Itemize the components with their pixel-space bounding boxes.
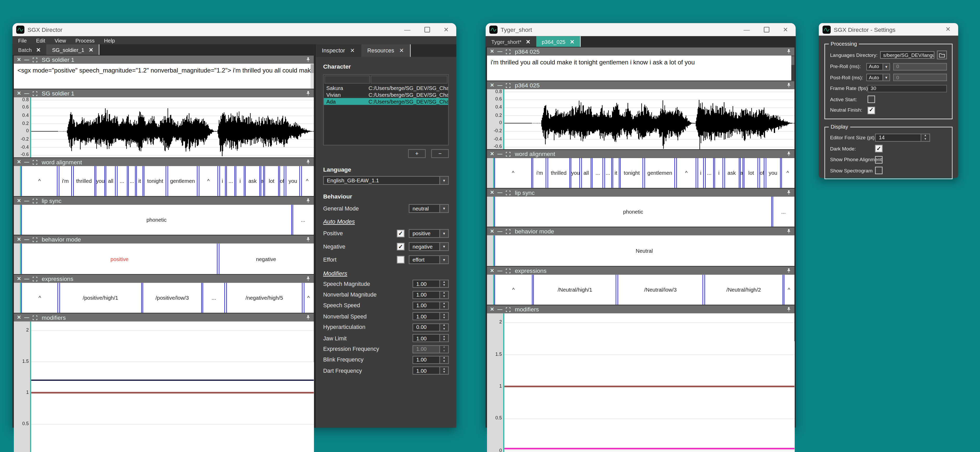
- lip-sync-segment[interactable]: ...: [773, 197, 793, 227]
- expression-segment[interactable]: ^: [784, 274, 794, 305]
- close-icon[interactable]: ✕: [350, 48, 355, 54]
- auto-mode-checkbox[interactable]: ✓: [397, 230, 404, 237]
- minimize-icon[interactable]: —: [498, 151, 503, 156]
- lip-sync-segment[interactable]: phonetic: [21, 205, 292, 235]
- word-segment[interactable]: ask: [245, 166, 260, 196]
- spinner-arrows[interactable]: ▲▼: [440, 367, 449, 375]
- menu-item[interactable]: Edit: [36, 37, 45, 43]
- character-row[interactable]: Ada C:/Users/berge/SG_DEV/SG_Characte...: [324, 98, 449, 105]
- pin-icon[interactable]: [786, 268, 791, 274]
- close-icon[interactable]: ✕: [490, 229, 494, 234]
- modifier-spinbox[interactable]: 1.00 ▲▼: [413, 301, 449, 309]
- float-icon[interactable]: [506, 268, 511, 273]
- minimize-icon[interactable]: —: [24, 57, 29, 62]
- modifier-spinbox[interactable]: 1.00 ▲▼: [413, 356, 449, 364]
- word-segment[interactable]: a: [261, 166, 264, 196]
- word-segment[interactable]: ask: [724, 158, 739, 188]
- close-icon[interactable]: ✕: [36, 46, 41, 53]
- word-segment[interactable]: i'm: [59, 166, 72, 196]
- character-row[interactable]: Sakura C:/Users/berge/SG_DEV/SG_Characte…: [324, 84, 449, 91]
- close-icon[interactable]: ✕: [17, 276, 21, 281]
- spinner-arrows[interactable]: ▲▼: [921, 133, 930, 141]
- tab-p364-025[interactable]: p364_025✕: [536, 36, 581, 47]
- pin-icon[interactable]: [786, 49, 791, 54]
- word-segment[interactable]: i: [219, 166, 226, 196]
- modifier-spinbox[interactable]: 1.00 ▲▼: [413, 367, 449, 375]
- remove-character-button[interactable]: −: [431, 149, 449, 158]
- pin-icon[interactable]: [305, 198, 310, 204]
- waveform-display[interactable]: [504, 89, 794, 149]
- pin-icon[interactable]: [305, 57, 310, 63]
- tab-resources[interactable]: Resources✕: [361, 44, 411, 57]
- expression-segment[interactable]: /positive/low/3: [143, 283, 202, 313]
- close-button[interactable]: ✕: [444, 27, 449, 33]
- word-segment[interactable]: i: [236, 166, 244, 196]
- close-icon[interactable]: ✕: [490, 190, 494, 195]
- word-segment[interactable]: ^: [301, 166, 313, 196]
- minimize-icon[interactable]: —: [24, 315, 29, 320]
- word-segment[interactable]: ^: [198, 166, 218, 196]
- script-text[interactable]: i'm thrilled you all could make it tonig…: [487, 56, 701, 81]
- expression-segment[interactable]: /Neutral/high/2: [705, 274, 783, 305]
- pin-icon[interactable]: [786, 190, 791, 196]
- expression-segment[interactable]: ...: [202, 283, 225, 313]
- tab-batch[interactable]: Batch✕: [13, 44, 46, 55]
- chevron-down-icon[interactable]: ▼: [439, 256, 449, 263]
- close-button[interactable]: ✕: [945, 26, 951, 33]
- add-character-button[interactable]: +: [408, 149, 426, 158]
- show-spectrogram-checkbox[interactable]: ✓: [875, 167, 883, 174]
- float-icon[interactable]: [506, 82, 511, 88]
- word-segment[interactable]: all: [106, 166, 116, 196]
- tab-sg-soldier-1[interactable]: SG_soldier_1✕: [46, 44, 100, 55]
- word-segment[interactable]: a: [740, 158, 743, 188]
- general-mode-select[interactable]: neutral ▼: [409, 204, 449, 213]
- word-segment[interactable]: of: [280, 166, 285, 196]
- float-icon[interactable]: [32, 315, 37, 320]
- active-start-checkbox[interactable]: ✓: [867, 95, 875, 103]
- pin-icon[interactable]: [305, 159, 310, 165]
- expression-segment[interactable]: ^: [304, 283, 313, 313]
- spinner-arrows[interactable]: ▲▼: [440, 301, 449, 309]
- minimize-icon[interactable]: —: [498, 190, 503, 195]
- word-segment[interactable]: ...: [117, 166, 127, 196]
- float-icon[interactable]: [32, 198, 37, 203]
- modifier-spinbox[interactable]: 1.00 ▲▼: [413, 290, 449, 299]
- chevron-down-icon[interactable]: ▼: [439, 230, 449, 237]
- minimize-icon[interactable]: —: [24, 276, 29, 281]
- word-segment[interactable]: ...: [705, 158, 714, 188]
- character-row[interactable]: Vivian C:/Users/berge/SG_DEV/SG_Characte…: [324, 91, 449, 98]
- script-text[interactable]: <sgx mode="positive" speech_magnitude="1…: [14, 63, 314, 89]
- word-segment[interactable]: tonight: [144, 166, 167, 196]
- close-icon[interactable]: ✕: [17, 198, 21, 203]
- folder-icon[interactable]: [937, 51, 947, 59]
- float-icon[interactable]: [506, 49, 511, 54]
- framerate-field[interactable]: 30: [867, 84, 947, 92]
- pin-icon[interactable]: [305, 314, 310, 320]
- pin-icon[interactable]: [786, 228, 791, 234]
- pin-icon[interactable]: [786, 306, 791, 312]
- word-segment[interactable]: lot: [744, 158, 759, 188]
- word-segment[interactable]: ...: [604, 158, 612, 188]
- close-icon[interactable]: ✕: [17, 91, 21, 96]
- modifiers-display[interactable]: [504, 314, 794, 452]
- minimize-icon[interactable]: —: [498, 268, 503, 273]
- word-segment[interactable]: ...: [129, 166, 136, 196]
- font-size-spinbox[interactable]: 14 ▲▼: [875, 133, 930, 141]
- chevron-down-icon[interactable]: ▼: [883, 63, 889, 70]
- menu-item[interactable]: File: [18, 37, 27, 43]
- minimize-button[interactable]: —: [743, 27, 750, 33]
- auto-mode-checkbox[interactable]: ✓: [397, 243, 404, 251]
- word-segment[interactable]: you: [286, 166, 300, 196]
- word-segment[interactable]: lot: [265, 166, 279, 196]
- word-segment[interactable]: ^: [676, 158, 697, 188]
- word-segment[interactable]: tonight: [620, 158, 644, 188]
- close-icon[interactable]: ✕: [17, 315, 21, 320]
- float-icon[interactable]: [506, 307, 511, 312]
- word-segment[interactable]: ...: [592, 158, 603, 188]
- spinner-arrows[interactable]: ▲▼: [440, 290, 449, 299]
- spinner-arrows[interactable]: ▲▼: [440, 334, 449, 342]
- language-select[interactable]: English_GB-EAW_1.1 ▼: [323, 176, 449, 185]
- pin-icon[interactable]: [786, 151, 791, 157]
- chevron-down-icon[interactable]: ▼: [439, 243, 449, 251]
- close-icon[interactable]: ✕: [490, 307, 494, 312]
